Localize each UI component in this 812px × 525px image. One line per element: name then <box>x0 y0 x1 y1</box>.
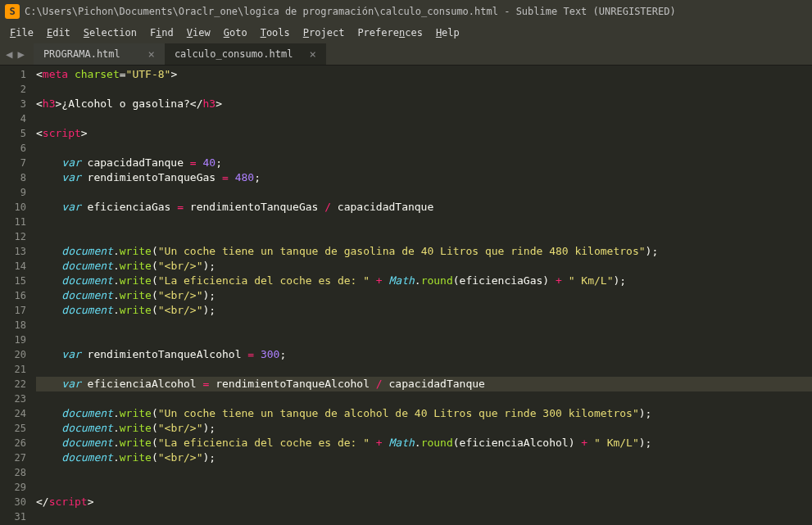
code-line[interactable] <box>36 229 812 244</box>
code-line[interactable] <box>36 333 812 347</box>
menu-help[interactable]: Help <box>429 25 466 40</box>
line-number[interactable]: 25 <box>0 421 26 436</box>
tab-bar: ◀ ▶ PROGRAMA.html × calculo_consumo.html… <box>0 43 812 66</box>
line-number[interactable]: 8 <box>0 170 26 185</box>
code-line[interactable] <box>36 318 812 333</box>
line-number[interactable]: 7 <box>0 156 26 170</box>
code-line[interactable]: var rendimientoTanqueGas = 480; <box>36 170 812 185</box>
code-line[interactable]: var rendimientoTanqueAlcohol = 300; <box>36 347 812 362</box>
menu-file[interactable]: File <box>3 25 40 40</box>
code-line[interactable]: <script> <box>36 126 812 141</box>
line-number[interactable]: 27 <box>0 450 26 465</box>
line-number[interactable]: 24 <box>0 406 26 421</box>
code-line[interactable] <box>36 465 812 480</box>
code-line[interactable]: document.write("La eficiencia del coche … <box>36 274 812 288</box>
menu-project[interactable]: Project <box>297 25 352 40</box>
line-number[interactable]: 10 <box>0 200 26 215</box>
tab-label: calculo_consumo.html <box>175 48 293 60</box>
code-line[interactable]: document.write("La eficiencia del coche … <box>36 436 812 450</box>
line-number[interactable]: 2 <box>0 82 26 97</box>
code-line[interactable]: document.write("Un coche tiene un tanque… <box>36 406 812 421</box>
line-number[interactable]: 12 <box>0 229 26 244</box>
line-number[interactable]: 16 <box>0 288 26 303</box>
code-line[interactable] <box>36 362 812 377</box>
line-number[interactable]: 31 <box>0 509 26 524</box>
code-line[interactable] <box>36 480 812 495</box>
code-line[interactable] <box>36 509 812 524</box>
code-line[interactable]: document.write("<br/>"); <box>36 288 812 303</box>
close-icon[interactable]: × <box>309 48 315 61</box>
line-number[interactable]: 17 <box>0 303 26 318</box>
tab-label: PROGRAMA.html <box>43 48 120 60</box>
code-line[interactable]: var eficienciaGas = rendimientoTanqueGas… <box>36 200 812 215</box>
menu-view[interactable]: View <box>180 25 217 40</box>
line-number[interactable]: 9 <box>0 185 26 200</box>
line-number[interactable]: 23 <box>0 391 26 406</box>
menu-edit[interactable]: Edit <box>40 25 77 40</box>
code-line[interactable]: document.write("<br/>"); <box>36 450 812 465</box>
menu-selection[interactable]: Selection <box>77 25 143 40</box>
editor: 1 2 3 4 5 6 7 8 9 10 11 12 13 14 15 16 1… <box>0 66 812 525</box>
line-number[interactable]: 5 <box>0 126 26 141</box>
line-number[interactable]: 18 <box>0 318 26 333</box>
line-number[interactable]: 15 <box>0 274 26 288</box>
tab-programa[interactable]: PROGRAMA.html × <box>34 43 165 65</box>
line-number[interactable]: 26 <box>0 436 26 450</box>
code-line[interactable] <box>36 391 812 406</box>
code-line[interactable]: document.write("<br/>"); <box>36 421 812 436</box>
code-area[interactable]: <meta charset="UTF-8"> <h3>¿Alcohol o ga… <box>36 66 812 525</box>
line-number[interactable]: 30 <box>0 495 26 509</box>
code-line[interactable] <box>36 82 812 97</box>
line-number[interactable]: 22 <box>0 377 26 391</box>
menu-tools[interactable]: Tools <box>254 25 297 40</box>
line-number[interactable]: 11 <box>0 215 26 229</box>
code-line[interactable]: <h3>¿Alcohol o gasolina?</h3> <box>36 97 812 111</box>
close-icon[interactable]: × <box>147 48 154 61</box>
line-number[interactable]: 21 <box>0 362 26 377</box>
menu-goto[interactable]: Goto <box>217 25 254 40</box>
line-number[interactable]: 4 <box>0 111 26 126</box>
code-line[interactable]: document.write("Un coche tiene un tanque… <box>36 244 812 259</box>
code-line[interactable]: var capacidadTanque = 40; <box>36 156 812 170</box>
code-line-active[interactable]: var eficienciaAlcohol = rendimientoTanqu… <box>36 377 812 391</box>
line-number[interactable]: 20 <box>0 347 26 362</box>
menubar: File Edit Selection Find View Goto Tools… <box>0 23 812 43</box>
code-line[interactable] <box>36 111 812 126</box>
code-line[interactable] <box>36 185 812 200</box>
line-number[interactable]: 6 <box>0 141 26 156</box>
app-icon: S <box>5 4 20 19</box>
code-line[interactable] <box>36 215 812 229</box>
code-line[interactable]: document.write("<br/>"); <box>36 303 812 318</box>
line-number[interactable]: 14 <box>0 259 26 274</box>
line-number[interactable]: 3 <box>0 97 26 111</box>
code-line[interactable]: document.write("<br/>"); <box>36 259 812 274</box>
window-title: C:\Users\Pichon\Documents\Oraclr_one\log… <box>25 6 676 17</box>
tab-calculo-consumo[interactable]: calculo_consumo.html × <box>165 43 326 65</box>
menu-preferences[interactable]: Preferences <box>351 25 429 40</box>
line-number[interactable]: 13 <box>0 244 26 259</box>
nav-prev-icon[interactable]: ◀ <box>3 48 15 61</box>
line-number[interactable]: 28 <box>0 465 26 480</box>
line-number[interactable]: 29 <box>0 480 26 495</box>
menu-find[interactable]: Find <box>143 25 180 40</box>
nav-next-icon[interactable]: ▶ <box>15 48 26 61</box>
line-number[interactable]: 1 <box>0 67 26 82</box>
code-line[interactable] <box>36 141 812 156</box>
gutter: 1 2 3 4 5 6 7 8 9 10 11 12 13 14 15 16 1… <box>0 66 36 525</box>
line-number[interactable]: 19 <box>0 333 26 347</box>
code-line[interactable]: <meta charset="UTF-8"> <box>36 67 812 82</box>
titlebar: S C:\Users\Pichon\Documents\Oraclr_one\l… <box>0 0 812 23</box>
code-line[interactable]: </script> <box>36 495 812 509</box>
